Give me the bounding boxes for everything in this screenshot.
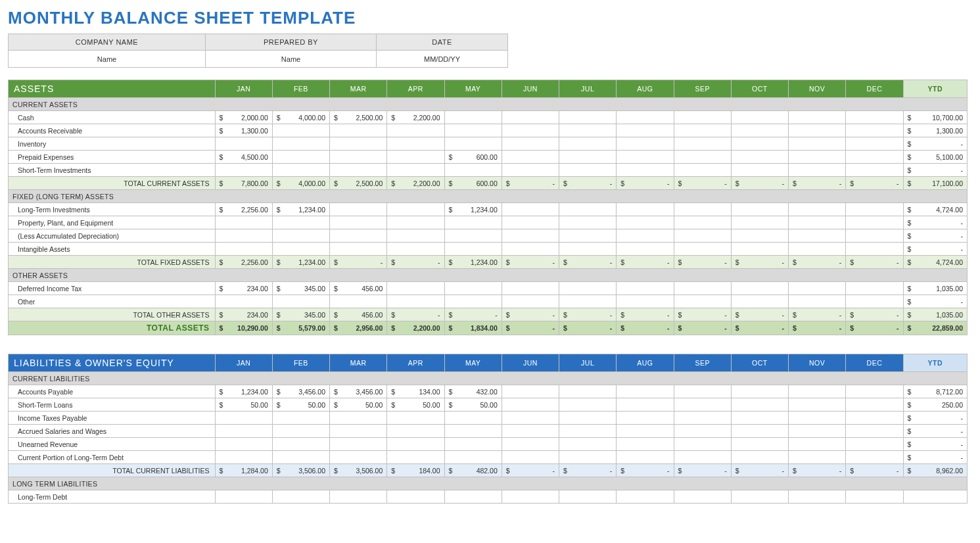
cell[interactable]: $3,506.00 [272,464,329,477]
cell[interactable] [789,385,846,398]
cell[interactable] [272,164,329,177]
cell[interactable]: $- [502,256,559,269]
cell[interactable] [215,438,272,451]
cell[interactable]: $- [789,308,846,321]
cell[interactable]: $- [903,229,967,243]
cell[interactable] [387,243,444,256]
cell[interactable] [215,164,272,177]
cell[interactable]: $- [674,308,731,321]
cell[interactable] [444,282,502,295]
cell[interactable]: $- [617,321,674,335]
cell[interactable] [617,216,674,229]
cell[interactable]: $2,956.00 [330,321,387,335]
cell[interactable]: $- [559,464,617,477]
cell[interactable]: $- [330,256,387,269]
cell[interactable] [617,425,674,438]
cell[interactable]: $- [731,321,788,335]
cell[interactable]: $4,500.00 [215,151,272,164]
cell[interactable] [789,295,846,308]
cell[interactable] [502,164,559,177]
cell[interactable]: $- [846,256,903,269]
cell[interactable]: $- [617,464,674,477]
cell[interactable] [731,203,788,216]
cell[interactable] [215,451,272,464]
cell[interactable] [502,203,559,216]
cell[interactable] [444,438,502,451]
cell[interactable]: $- [617,308,674,321]
cell[interactable] [789,111,846,124]
cell[interactable]: $234.00 [215,282,272,295]
cell[interactable] [846,137,903,151]
cell[interactable] [330,124,387,137]
cell[interactable] [215,229,272,243]
cell[interactable]: $- [559,177,617,190]
cell[interactable]: $1,234.00 [215,385,272,398]
cell[interactable] [502,438,559,451]
cell[interactable] [559,124,617,137]
cell[interactable] [502,111,559,124]
cell[interactable] [617,151,674,164]
cell[interactable]: $- [903,451,967,464]
cell[interactable] [387,451,444,464]
cell[interactable]: $1,234.00 [272,203,329,216]
cell[interactable] [731,243,788,256]
cell[interactable]: $456.00 [330,282,387,295]
cell[interactable]: $- [903,243,967,256]
cell[interactable]: $50.00 [444,398,502,412]
cell[interactable] [846,451,903,464]
cell[interactable] [330,164,387,177]
cell[interactable]: $- [617,256,674,269]
cell[interactable] [731,164,788,177]
cell[interactable] [789,425,846,438]
cell[interactable] [846,203,903,216]
cell[interactable] [502,282,559,295]
cell[interactable] [846,111,903,124]
cell[interactable] [502,490,559,504]
cell[interactable] [559,216,617,229]
cell[interactable] [789,151,846,164]
info-preparedby-value[interactable]: Name [206,51,377,68]
cell[interactable]: $- [674,321,731,335]
cell[interactable] [674,398,731,412]
cell[interactable] [731,124,788,137]
cell[interactable] [789,412,846,425]
cell[interactable] [731,111,788,124]
cell[interactable] [387,412,444,425]
cell[interactable] [559,151,617,164]
cell[interactable]: $- [502,321,559,335]
cell[interactable] [559,451,617,464]
cell[interactable]: $- [731,256,788,269]
cell[interactable] [617,412,674,425]
cell[interactable] [215,425,272,438]
cell[interactable]: $- [559,308,617,321]
cell[interactable] [330,229,387,243]
cell[interactable] [272,124,329,137]
cell[interactable]: $8,712.00 [903,385,967,398]
cell[interactable] [731,385,788,398]
cell[interactable]: $- [502,464,559,477]
cell[interactable] [789,398,846,412]
cell[interactable] [846,229,903,243]
cell[interactable]: $50.00 [272,398,329,412]
cell[interactable] [617,137,674,151]
cell[interactable] [674,490,731,504]
cell[interactable] [731,490,788,504]
cell[interactable] [674,438,731,451]
cell[interactable]: $4,000.00 [272,177,329,190]
cell[interactable] [502,151,559,164]
cell[interactable] [387,295,444,308]
cell[interactable] [674,282,731,295]
cell[interactable] [330,438,387,451]
cell[interactable]: $1,234.00 [272,256,329,269]
cell[interactable] [272,490,329,504]
cell[interactable]: $- [903,137,967,151]
cell[interactable]: $- [903,216,967,229]
cell[interactable] [444,164,502,177]
cell[interactable] [502,243,559,256]
cell[interactable] [387,151,444,164]
cell[interactable] [330,425,387,438]
cell[interactable]: $7,800.00 [215,177,272,190]
cell[interactable] [846,385,903,398]
cell[interactable]: $- [731,464,788,477]
cell[interactable] [444,111,502,124]
